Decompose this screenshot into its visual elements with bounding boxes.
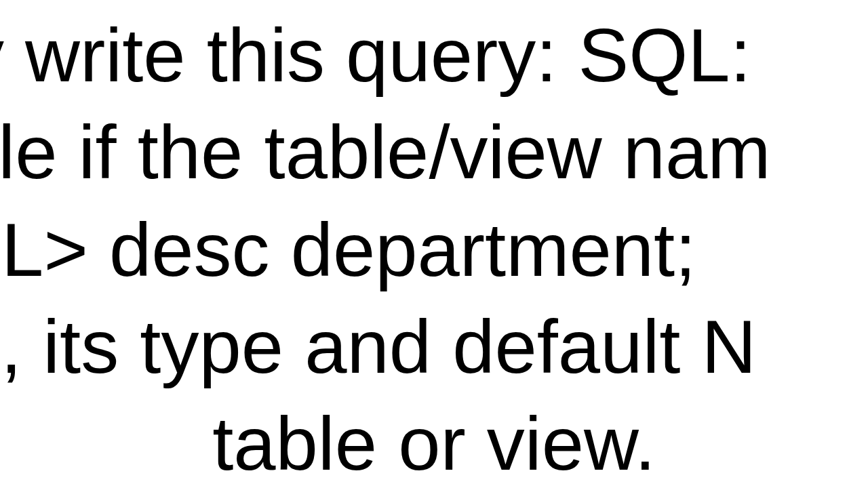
text-line-3: QL> desc department; [0, 201, 868, 298]
text-line-4: s, its type and default N [0, 298, 868, 395]
text-line-1: y write this query: SQL: [0, 7, 868, 104]
document-text-block: y write this query: SQL: ple if the tabl… [0, 0, 868, 488]
text-line-5: table or view. [0, 395, 868, 488]
text-line-2: ple if the table/view nam [0, 104, 868, 201]
